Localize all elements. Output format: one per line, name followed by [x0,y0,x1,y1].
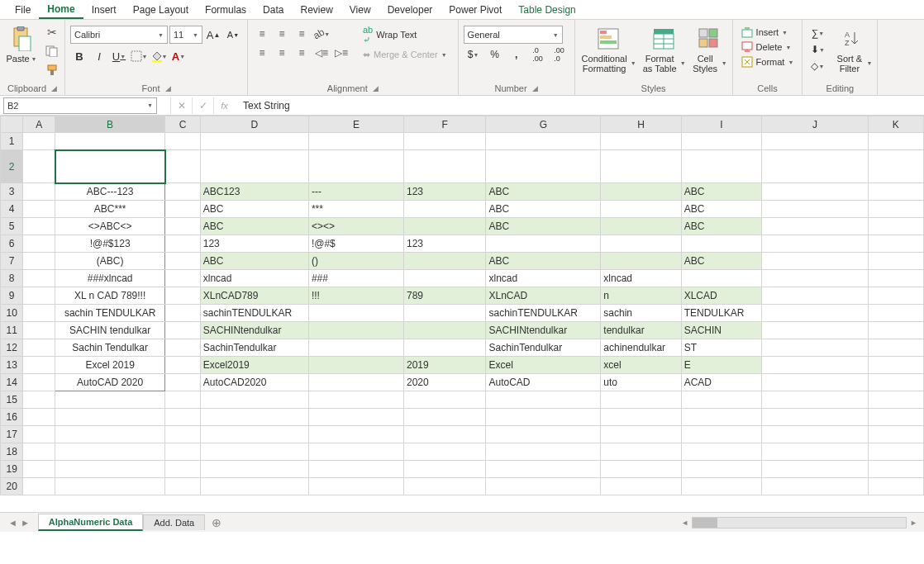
dialog-launcher-icon[interactable]: ◢ [373,84,379,92]
cut-button[interactable]: ✂ [43,24,61,40]
row-header-17[interactable]: 17 [1,426,23,443]
row-header-5[interactable]: 5 [1,218,23,235]
cell-B11[interactable]: SACHIN tendulkar [55,322,165,339]
cell-F9[interactable]: 789 [403,287,486,305]
cell-E8[interactable]: ### [308,270,403,287]
cell-D10[interactable]: sachinTENDULKAR [200,305,308,322]
formula-input[interactable]: Text String [235,100,924,111]
fill-button[interactable]: ⬇▼ [807,42,827,57]
borders-button[interactable]: ▼ [130,47,148,65]
cell-B12[interactable]: Sachin Tendulkar [55,339,165,357]
cell-B14[interactable]: AutoCAD 2020 [55,374,165,391]
cell-I5[interactable]: ABC [681,218,762,235]
cell-E4[interactable]: *** [308,201,403,218]
cell-I10[interactable]: TENDULKAR [681,305,762,322]
cell-D3[interactable]: ABC123 [200,183,308,201]
cell-B9[interactable]: XL n CAD 789!!! [55,287,165,305]
align-middle-button[interactable]: ≡ [273,26,291,42]
clear-button[interactable]: ◇▼ [807,59,827,73]
select-all-corner[interactable] [1,116,23,133]
col-header-H[interactable]: H [601,116,681,133]
cell-D8[interactable]: xlncad [200,270,308,287]
cell-F4[interactable] [403,201,486,218]
cell-D12[interactable]: SachinTendulkar [200,339,308,357]
number-format-dropdown[interactable]: General▼ [464,26,563,44]
decrease-decimal-button[interactable]: .00.0 [550,46,569,63]
cell-G7[interactable]: ABC [486,253,601,270]
cell-F11[interactable] [403,322,486,339]
cell-B6[interactable]: !@#$123 [55,235,165,253]
wrap-text-button[interactable]: ab⤶Wrap Text [357,26,453,44]
cell-H10[interactable]: sachin [601,305,681,322]
tab-developer[interactable]: Developer [379,2,441,18]
cell-E2[interactable]: Special Characters [308,150,403,183]
cell-H14[interactable]: uto [601,374,681,391]
cell-B5[interactable]: <>ABC<> [55,218,165,235]
scrollbar-thumb[interactable] [693,518,717,528]
col-header-J[interactable]: J [762,116,868,133]
percent-format-button[interactable]: % [485,46,505,63]
comma-format-button[interactable]: , [507,46,526,63]
cell-F6[interactable]: 123 [403,235,486,253]
cell-D5[interactable]: ABC [200,218,308,235]
cell-D4[interactable]: ABC [200,201,308,218]
hscroll-right[interactable]: ► [910,519,917,527]
col-header-D[interactable]: D [200,116,308,133]
font-name-dropdown[interactable]: Calibri▼ [70,26,168,44]
cell-F7[interactable] [403,253,486,270]
cell-F10[interactable] [403,305,486,322]
cell-G6[interactable] [486,235,601,253]
cell-G14[interactable]: AutoCAD [486,374,601,391]
bold-button[interactable]: B [70,47,88,65]
row-header-13[interactable]: 13 [1,357,23,374]
row-header-19[interactable]: 19 [1,461,23,478]
cell-E7[interactable]: () [308,253,403,270]
cell-I14[interactable]: ACAD [681,374,762,391]
cell-H7[interactable] [601,253,681,270]
font-size-dropdown[interactable]: 11▼ [169,26,202,44]
cell-F12[interactable] [403,339,486,357]
name-box[interactable]: B2▼ [3,97,157,114]
cell-F8[interactable] [403,270,486,287]
autosum-button[interactable]: ∑▼ [807,26,827,40]
cell-F3[interactable]: 123 [403,183,486,201]
row-header-15[interactable]: 15 [1,391,23,409]
cell-B8[interactable]: ###xlncad [55,270,165,287]
cell-E9[interactable]: !!! [308,287,403,305]
sheet-nav-prev[interactable]: ◄ [8,518,17,528]
font-color-button[interactable]: A▼ [169,47,188,65]
sort-filter-button[interactable]: AZ Sort & Filter▼ [832,24,874,75]
sheet-nav-next[interactable]: ► [21,518,30,528]
cell-I2[interactable]: Capital Letters [681,150,762,183]
cell-H4[interactable] [601,201,681,218]
tab-table-design[interactable]: Table Design [510,2,583,18]
row-header-6[interactable]: 6 [1,235,23,253]
row-header-11[interactable]: 11 [1,322,23,339]
increase-indent-button[interactable]: ▷≡ [332,45,350,61]
row-header-2[interactable]: 2 [1,150,23,183]
align-top-button[interactable]: ≡ [253,26,271,42]
col-header-B[interactable]: B [55,116,165,133]
cell-D13[interactable]: Excel2019 [200,357,308,374]
cell-H9[interactable]: n [601,287,681,305]
cell-G13[interactable]: Excel [486,357,601,374]
accounting-format-button[interactable]: $▼ [464,46,483,63]
cell-E14[interactable] [308,374,403,391]
cell-G11[interactable]: SACHINtendulkar [486,322,601,339]
tab-file[interactable]: File [7,2,39,18]
tab-review[interactable]: Review [292,2,341,18]
fill-color-button[interactable]: ▼ [150,47,168,65]
sheet-tab-add-data[interactable]: Add. Data [143,514,205,530]
row-header-12[interactable]: 12 [1,339,23,357]
cell-I8[interactable] [681,270,762,287]
cell-B2[interactable]: Text String [55,150,165,183]
cell-I6[interactable] [681,235,762,253]
dialog-launcher-icon[interactable]: ◢ [51,84,57,92]
cell-I9[interactable]: XLCAD [681,287,762,305]
cell-I7[interactable]: ABC [681,253,762,270]
enter-formula-button[interactable]: ✓ [192,97,213,114]
cell-F2[interactable]: Only Numbers [403,150,486,183]
copy-button[interactable] [43,43,61,59]
merge-center-button[interactable]: ⬌Merge & Center▼ [357,45,453,64]
row-header-3[interactable]: 3 [1,183,23,201]
